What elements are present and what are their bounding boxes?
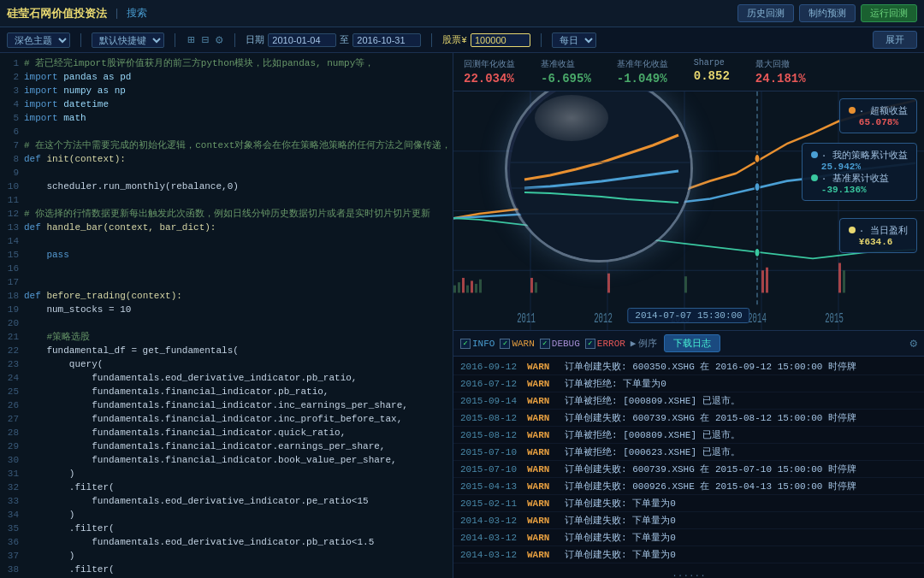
quick-process-select[interactable]: 默认快捷键 (92, 32, 164, 48)
divider-3 (234, 33, 235, 47)
line-content (24, 125, 453, 139)
code-line: 32 .filter( (0, 481, 453, 494)
line-content: ) (24, 549, 453, 563)
debug-filter[interactable]: ✓ DEBUG (540, 339, 580, 349)
code-line: 12# 你选择的行情数据更新每出触发此次函数，例如日线分钟历史数据切片或者是实时… (0, 207, 453, 221)
code-line: 20 (0, 316, 453, 330)
annual-return-label: 回测年化收益 (464, 58, 515, 70)
log-dots: ...... (460, 565, 917, 578)
line-content (24, 316, 453, 330)
line-content: fundamentals.financial_indicator.inc_pro… (24, 412, 453, 426)
line-content: fundamentals.financial_indicator.pb_rati… (24, 385, 453, 398)
line-content: ) (24, 467, 453, 481)
benchmark-tooltip-label: · 基准累计收益 (821, 174, 889, 184)
error-label: ERROR (597, 339, 625, 349)
line-number: 17 (0, 275, 24, 289)
divider-4 (431, 33, 432, 47)
line-number: 18 (0, 289, 24, 303)
paste-icon[interactable]: ⊟ (199, 31, 210, 49)
code-line: 24 fundamentals.eod_derivative_indicator… (0, 371, 453, 385)
settings-icon[interactable]: ⚙ (214, 31, 224, 49)
line-number: 2 (0, 70, 24, 84)
run-button[interactable]: 运行回测 (861, 4, 917, 22)
code-line: 23 query( (0, 357, 453, 371)
code-line: 19 num_stocks = 10 (0, 303, 453, 316)
line-number: 30 (0, 453, 24, 467)
log-row: 2016-07-12 WARN 订单被拒绝: 下单量为0 (453, 375, 924, 392)
line-content (24, 262, 453, 275)
svg-point-29 (755, 154, 760, 162)
theme-select[interactable]: 深色主题 (7, 32, 70, 48)
svg-rect-17 (471, 280, 473, 292)
info-filter[interactable]: ✓ INFO (460, 339, 495, 349)
line-number: 33 (0, 494, 24, 508)
log-row: 2014-03-12 WARN 订单创建失败: 下单量为0 (453, 529, 924, 546)
error-checkbox[interactable]: ✓ (585, 339, 595, 349)
log-content[interactable]: 2016-09-12 WARN 订单创建失败: 600350.XSHG 在 20… (453, 357, 924, 578)
line-number: 13 (0, 221, 24, 234)
code-line: 2import pandas as pd (0, 70, 453, 84)
debug-checkbox[interactable]: ✓ (540, 339, 550, 349)
history-button[interactable]: 历史回测 (737, 4, 794, 22)
log-date: 2015-08-12 (460, 413, 520, 423)
line-content: fundamentals.eod_derivative_indicator.pb… (24, 371, 453, 385)
debug-label: DEBUG (552, 339, 580, 349)
date-start-input[interactable] (268, 33, 336, 47)
line-number: 36 (0, 535, 24, 549)
chart-area[interactable]: 2011 2012 2013 2014 2015 (453, 91, 924, 330)
code-line: 25 fundamentals.financial_indicator.pb_r… (0, 385, 453, 398)
code-line: 35 .filter( (0, 522, 453, 535)
log-settings-icon[interactable]: ⚙ (910, 336, 917, 351)
icon-group: ⊞ ⊟ ⚙ (186, 31, 224, 49)
line-number: 5 (0, 111, 24, 125)
copy-icon[interactable]: ⊞ (186, 31, 196, 49)
error-filter[interactable]: ✓ ERROR (585, 339, 625, 349)
search-link[interactable]: 搜索 (127, 6, 147, 21)
chart-date-tooltip: 2014-07-07 15:30:00 (627, 308, 749, 323)
max-drawdown-stat: 最大回撤 24.181% (755, 58, 806, 86)
capital-label: 股票¥ (442, 33, 467, 46)
code-line: 17 (0, 275, 453, 289)
svg-rect-15 (462, 278, 465, 292)
code-line: 4import datetime (0, 97, 453, 111)
log-message: 订单创建失败: 000926.XSHE 在 2015-04-13 15:00:0… (565, 480, 917, 492)
max-drawdown-label: 最大回撤 (755, 58, 806, 70)
date-end-input[interactable] (352, 33, 421, 47)
strategy-tooltip-label: · 超额收益 (859, 106, 908, 116)
stats-bar: 回测年化收益 22.034% 基准收益 -6.695% 基准年化收益 -1.04… (453, 53, 924, 91)
line-number: 21 (0, 330, 24, 344)
line-content: # 在这个方法中需要完成的初始化逻辑，context对象将会在你在策略池策略的任… (24, 139, 453, 152)
code-line: 5import math (0, 111, 453, 125)
log-level: WARN (527, 464, 558, 475)
line-number: 9 (0, 166, 24, 180)
code-line: 7# 在这个方法中需要完成的初始化逻辑，context对象将会在你在策略池策略的… (0, 139, 453, 152)
download-log-button[interactable]: 下载日志 (664, 334, 720, 352)
log-level: WARN (527, 447, 558, 457)
capital-input[interactable] (471, 33, 530, 47)
benchmark-annual-label: 基准年化收益 (617, 58, 668, 70)
log-row: 2015-08-12 WARN 订单创建失败: 600739.XSHG 在 20… (453, 410, 924, 427)
log-message: 订单被拒绝: [000809.XSHE] 已退市。 (565, 394, 917, 407)
log-date: 2014-03-12 (460, 516, 520, 526)
line-number: 20 (0, 316, 24, 330)
code-line: 10 scheduler.run_monthly(rebalance,0) (0, 180, 453, 193)
svg-rect-14 (458, 282, 460, 292)
benchmark-annual-stat: 基准年化收益 -1.049% (617, 58, 668, 86)
warn-checkbox[interactable]: ✓ (500, 339, 510, 349)
code-line: 18def before_trading(context): (0, 289, 453, 303)
log-level: WARN (527, 481, 558, 492)
freq-select[interactable]: 每日 (552, 32, 596, 48)
code-editor[interactable]: 1# 若已经完import股评价值获月的前三方python模块，比如pandas… (0, 53, 453, 578)
warn-filter[interactable]: ✓ WARN (500, 339, 534, 349)
line-number: 28 (0, 426, 24, 439)
line-number: 1 (0, 56, 24, 70)
line-content: pass (24, 248, 453, 262)
log-date: 2016-07-12 (460, 379, 520, 389)
expand-button[interactable]: 展开 (873, 31, 917, 49)
preview-button[interactable]: 制约预测 (799, 4, 856, 22)
svg-rect-24 (761, 270, 764, 292)
log-message: 订单创建失败: 下单量为0 (565, 531, 917, 544)
log-row: 2015-07-10 WARN 订单创建失败: 600739.XSHG 在 20… (453, 461, 924, 478)
line-content: # 若已经完import股评价值获月的前三方python模块，比如pandas,… (24, 56, 453, 70)
info-checkbox[interactable]: ✓ (460, 339, 471, 349)
